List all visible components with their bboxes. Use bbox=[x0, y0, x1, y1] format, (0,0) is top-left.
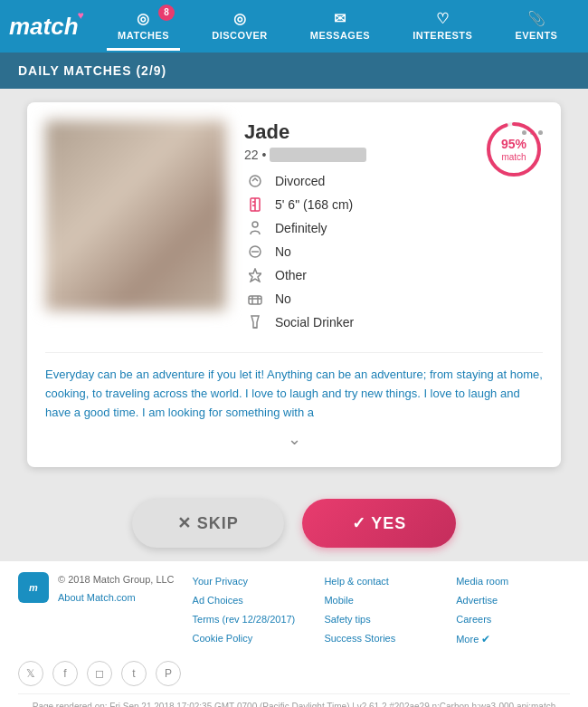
nav-events[interactable]: 📎 EVENTS bbox=[504, 3, 568, 51]
facebook-icon[interactable]: f bbox=[52, 661, 78, 686]
discover-icon: ◎ bbox=[233, 10, 247, 27]
profile-photo[interactable] bbox=[45, 120, 226, 311]
footer-col-1: Your Privacy Ad Choices Terms (rev 12/28… bbox=[193, 572, 307, 649]
detail-smoking: No bbox=[244, 244, 543, 260]
media-room-link[interactable]: Media room bbox=[456, 572, 570, 591]
footer-col-3: Media room Advertise Careers More ✔ bbox=[456, 572, 570, 649]
footer-match-icon: m bbox=[18, 572, 49, 603]
help-contact-link[interactable]: Help & contact bbox=[324, 572, 438, 591]
detail-children: Definitely bbox=[244, 220, 543, 236]
header: match ♥ ◎ 8 MATCHES ◎ DISCOVER ✉ MESSAGE… bbox=[0, 0, 588, 53]
nav-messages[interactable]: ✉ MESSAGES bbox=[299, 3, 381, 51]
expand-bio-button[interactable]: ⌄ bbox=[45, 429, 543, 449]
match-circle: 95% match bbox=[485, 120, 543, 178]
matches-icon: ◎ bbox=[137, 10, 150, 27]
success-stories-link[interactable]: Success Stories bbox=[324, 629, 438, 648]
detail-drinking: Social Drinker bbox=[244, 314, 543, 330]
bio-section: Everyday can be an adventure if you let … bbox=[45, 352, 543, 449]
profile-card: 95% match Jade 22 • bbox=[27, 102, 561, 467]
footer-col-2: Help & contact Mobile Safety tips Succes… bbox=[324, 572, 438, 649]
location-blurred: ████████ ██ bbox=[270, 148, 366, 162]
verified-icon: ✔ bbox=[481, 633, 490, 645]
footer-logo-area: m © 2018 Match Group, LLC About Match.co… bbox=[18, 572, 175, 649]
tumblr-icon[interactable]: t bbox=[121, 661, 147, 686]
children-icon bbox=[244, 220, 266, 236]
bio-text: Everyday can be an adventure if you let … bbox=[45, 366, 543, 422]
skip-button[interactable]: ✕ SKIP bbox=[132, 499, 284, 548]
main-nav: ◎ 8 MATCHES ◎ DISCOVER ✉ MESSAGES ♡ INTE… bbox=[97, 3, 579, 51]
ad-choices-link[interactable]: Ad Choices bbox=[193, 591, 307, 610]
footer-copyright: © 2018 Match Group, LLC About Match.com bbox=[58, 572, 175, 607]
drinking-icon bbox=[244, 314, 266, 330]
more-link[interactable]: More ✔ bbox=[456, 629, 570, 650]
messages-icon: ✉ bbox=[334, 10, 346, 27]
instagram-icon[interactable]: ◻ bbox=[87, 661, 112, 686]
detail-height: 5' 6" (168 cm) bbox=[244, 196, 543, 213]
religion-icon bbox=[244, 267, 266, 283]
match-percent: 95% bbox=[501, 137, 526, 152]
footer-social: 𝕏 f ◻ t P bbox=[18, 661, 570, 686]
svg-point-2 bbox=[250, 176, 261, 186]
advertise-link[interactable]: Advertise bbox=[456, 591, 570, 610]
nav-discover[interactable]: ◎ DISCOVER bbox=[201, 3, 278, 51]
events-icon: 📎 bbox=[527, 10, 546, 27]
card-area: 95% match Jade 22 • bbox=[0, 89, 588, 481]
footer: m © 2018 Match Group, LLC About Match.co… bbox=[0, 561, 588, 707]
detail-religion: Other bbox=[244, 267, 543, 283]
matches-badge: 8 bbox=[158, 5, 175, 21]
daily-matches-bar: DAILY MATCHES (2/9) bbox=[0, 53, 588, 89]
nav-matches[interactable]: ◎ 8 MATCHES bbox=[107, 3, 180, 51]
svg-marker-10 bbox=[249, 269, 261, 282]
logo-heart-icon: ♥ bbox=[77, 9, 83, 22]
svg-point-7 bbox=[252, 222, 258, 227]
careers-link[interactable]: Careers bbox=[456, 610, 570, 629]
smoking-icon bbox=[244, 244, 266, 260]
logo: match ♥ bbox=[9, 13, 79, 41]
nav-interests[interactable]: ♡ INTERESTS bbox=[402, 3, 483, 51]
pets-icon bbox=[244, 291, 266, 307]
cookie-policy-link[interactable]: Cookie Policy bbox=[193, 629, 307, 648]
footer-rendered: Page rendered on: Fri Sep 21 2018 17:02:… bbox=[18, 693, 570, 707]
match-label: match bbox=[501, 151, 526, 162]
interests-icon: ♡ bbox=[436, 10, 450, 27]
detail-pets: No bbox=[244, 291, 543, 307]
safety-tips-link[interactable]: Safety tips bbox=[324, 610, 438, 629]
mobile-link[interactable]: Mobile bbox=[324, 591, 438, 610]
svg-rect-11 bbox=[249, 296, 261, 304]
terms-link[interactable]: Terms (rev 12/28/2017) bbox=[193, 610, 307, 629]
your-privacy-link[interactable]: Your Privacy bbox=[193, 572, 307, 591]
profile-top: Jade 22 • ████████ ██ bbox=[45, 120, 543, 338]
yes-button[interactable]: ✓ YES bbox=[302, 499, 457, 548]
chevron-down-icon: ⌄ bbox=[288, 430, 301, 448]
match-circle-text: 95% match bbox=[501, 137, 526, 163]
footer-top: m © 2018 Match Group, LLC About Match.co… bbox=[18, 572, 570, 649]
marital-icon bbox=[244, 173, 266, 189]
action-buttons: ✕ SKIP ✓ YES bbox=[0, 481, 588, 561]
twitter-icon[interactable]: 𝕏 bbox=[18, 661, 43, 686]
about-link[interactable]: About Match.com bbox=[58, 588, 175, 607]
height-icon bbox=[244, 196, 266, 213]
profile-name: Jade bbox=[244, 120, 289, 144]
pinterest-icon[interactable]: P bbox=[156, 661, 181, 686]
